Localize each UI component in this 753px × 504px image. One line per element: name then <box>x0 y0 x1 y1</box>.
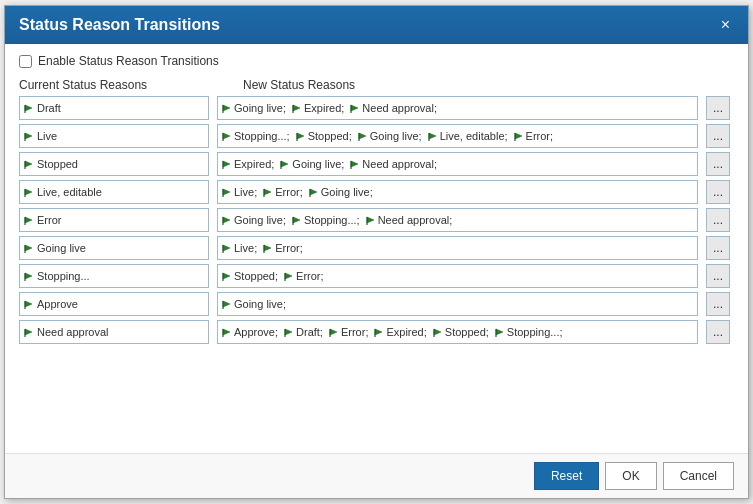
ellipsis-button[interactable]: ... <box>706 264 730 288</box>
table-row: Going live Live; Error;... <box>19 236 730 260</box>
table-row: Draft Going live; Expired; Need approval… <box>19 96 730 120</box>
new-status-text: Going live; <box>234 298 286 310</box>
flag-icon <box>222 243 232 253</box>
current-status-box: Error <box>19 208 209 232</box>
new-status-box: Live; Error; Going live; <box>217 180 698 204</box>
flag-icon <box>222 327 232 337</box>
new-status-text: Stopped; <box>308 130 352 142</box>
flag-icon <box>24 271 34 281</box>
new-status-item: Live; <box>222 186 257 198</box>
table-row: Stopping... Stopped; Error;... <box>19 264 730 288</box>
new-status-text: Stopped; <box>445 326 489 338</box>
ellipsis-button[interactable]: ... <box>706 124 730 148</box>
dialog: Status Reason Transitions × Enable Statu… <box>4 5 749 499</box>
new-status-item: Need approval; <box>350 102 437 114</box>
new-status-text: Error; <box>341 326 369 338</box>
svg-marker-16 <box>429 133 436 139</box>
svg-marker-20 <box>25 161 32 167</box>
new-status-item: Stopping...; <box>495 326 563 338</box>
flag-icon <box>24 327 34 337</box>
ellipsis-button[interactable]: ... <box>706 152 730 176</box>
flag-icon <box>222 159 232 169</box>
enable-checkbox[interactable] <box>19 55 32 68</box>
new-status-item: Going live; <box>222 102 286 114</box>
svg-marker-44 <box>25 245 32 251</box>
transitions-list[interactable]: Draft Going live; Expired; Need approval… <box>19 96 734 453</box>
new-status-text: Need approval; <box>362 102 437 114</box>
current-status-text: Live <box>37 130 57 142</box>
flag-icon <box>514 131 524 141</box>
new-status-text: Going live; <box>321 186 373 198</box>
ellipsis-button[interactable]: ... <box>706 180 730 204</box>
table-row: Live, editable Live; Error; Going live;.… <box>19 180 730 204</box>
new-status-text: Need approval; <box>362 158 437 170</box>
close-button[interactable]: × <box>717 17 734 33</box>
new-status-item: Need approval; <box>366 214 453 226</box>
ellipsis-button[interactable]: ... <box>706 320 730 344</box>
flag-icon <box>222 299 232 309</box>
new-status-box: Approve; Draft; Error; Expired; Stopped;… <box>217 320 698 344</box>
ellipsis-button[interactable]: ... <box>706 208 730 232</box>
flag-icon <box>263 243 273 253</box>
current-status-box: Stopped <box>19 152 209 176</box>
svg-marker-30 <box>223 189 230 195</box>
new-status-box: Going live; Expired; Need approval; <box>217 96 698 120</box>
new-status-item: Expired; <box>374 326 426 338</box>
svg-marker-62 <box>223 329 230 335</box>
svg-marker-36 <box>25 217 32 223</box>
flag-icon <box>284 327 294 337</box>
new-status-text: Expired; <box>304 102 344 114</box>
cancel-button[interactable]: Cancel <box>663 462 734 490</box>
svg-marker-72 <box>496 329 503 335</box>
svg-marker-56 <box>25 301 32 307</box>
flag-icon <box>222 103 232 113</box>
new-status-text: Live; <box>234 242 257 254</box>
current-status-box: Stopping... <box>19 264 209 288</box>
current-status-box: Need approval <box>19 320 209 344</box>
dialog-footer: Reset OK Cancel <box>5 453 748 498</box>
flag-icon <box>263 187 273 197</box>
new-status-item: Going live; <box>280 158 344 170</box>
new-status-item: Error; <box>514 130 554 142</box>
svg-marker-18 <box>515 133 522 139</box>
current-status-text: Stopped <box>37 158 78 170</box>
columns-header: Current Status Reasons New Status Reason… <box>19 78 734 92</box>
flag-icon <box>24 159 34 169</box>
current-status-box: Live, editable <box>19 180 209 204</box>
flag-icon <box>433 327 443 337</box>
new-status-item: Approve; <box>222 326 278 338</box>
svg-marker-70 <box>434 329 441 335</box>
ok-button[interactable]: OK <box>605 462 656 490</box>
new-status-text: Stopping...; <box>304 214 360 226</box>
current-status-text: Draft <box>37 102 61 114</box>
svg-marker-60 <box>25 329 32 335</box>
svg-marker-48 <box>264 245 271 251</box>
flag-icon <box>24 299 34 309</box>
ellipsis-button[interactable]: ... <box>706 236 730 260</box>
svg-marker-52 <box>223 273 230 279</box>
new-status-item: Stopped; <box>296 130 352 142</box>
svg-marker-6 <box>351 105 358 111</box>
new-status-item: Stopping...; <box>292 214 360 226</box>
new-status-item: Error; <box>284 270 324 282</box>
svg-marker-12 <box>297 133 304 139</box>
svg-marker-0 <box>25 105 32 111</box>
new-status-item: Going live; <box>222 298 286 310</box>
current-status-box: Draft <box>19 96 209 120</box>
reset-button[interactable]: Reset <box>534 462 599 490</box>
flag-icon <box>329 327 339 337</box>
table-row: Live Stopping...; Stopped; Going live; L… <box>19 124 730 148</box>
flag-icon <box>222 131 232 141</box>
new-status-item: Stopping...; <box>222 130 290 142</box>
new-status-text: Stopping...; <box>507 326 563 338</box>
ellipsis-button[interactable]: ... <box>706 96 730 120</box>
new-status-text: Going live; <box>292 158 344 170</box>
svg-marker-26 <box>351 161 358 167</box>
ellipsis-button[interactable]: ... <box>706 292 730 316</box>
flag-icon <box>24 215 34 225</box>
current-status-text: Error <box>37 214 61 226</box>
new-status-item: Draft; <box>284 326 323 338</box>
svg-marker-54 <box>285 273 292 279</box>
svg-marker-40 <box>293 217 300 223</box>
flag-icon <box>24 131 34 141</box>
